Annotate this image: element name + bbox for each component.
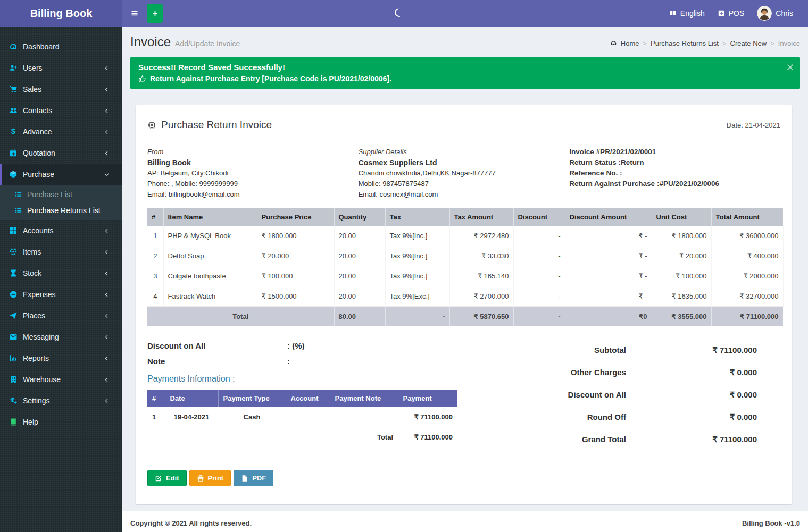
alert-close-button[interactable] [786,63,793,70]
language-menu[interactable]: English [669,9,705,18]
invoice-card-title: Purchase Return Invoice [147,119,272,131]
items-cell: ₹ 1800.000 [257,226,334,246]
chevron-left-icon [104,150,110,156]
cubes-icon [9,248,18,256]
page-title: Invoice [130,35,171,49]
sidebar-toggle-button[interactable] [122,0,147,27]
from-address: AP: Belgaum, City:Chikodi [147,168,359,179]
sidebar-item-contacts[interactable]: Contacts [0,100,122,121]
sidebar-item-purchase[interactable]: Purchase [0,164,122,185]
items-total-cell: - [385,307,449,327]
button-label: Edit [166,474,179,482]
bar-chart-icon [9,354,18,362]
sidebar-item-accounts[interactable]: Accounts [0,220,122,241]
version-text: Billing Book -v1.0 [742,519,800,527]
items-cell: 20.00 [334,226,385,246]
sidebar-item-advance[interactable]: $Advance [0,121,122,142]
items-cell: Tax 9%[Inc.] [385,266,449,286]
gears-icon [9,396,18,405]
sidebar-item-settings[interactable]: Settings [0,390,122,411]
items-cell: ₹ - [565,286,652,307]
sidebar-item-places[interactable]: Places [0,305,122,326]
book-icon [9,418,18,426]
chevron-left-icon [104,249,110,255]
supplier-address: Chandni chowkIndia,Delhi,KK Nagar-877777 [359,168,570,179]
sidebar-item-stock[interactable]: Stock [0,263,122,284]
cart-icon [9,85,18,94]
sidebar-subitem-purchase-list[interactable]: Purchase List [0,187,122,202]
items-col-header: # [147,208,163,226]
pdf-button[interactable]: PDF [234,470,273,486]
sidebar-item-label: Dashboard [23,43,60,51]
breadcrumb-item-create-new[interactable]: Create New [730,39,767,47]
total-row-discount-on-all: Discount on All₹ 0.000 [540,390,757,400]
alert-message: Return Against Purchase Entry [Purchase … [150,74,391,83]
chevron-left-icon [104,271,110,276]
breadcrumb-item-home[interactable]: Home [621,39,639,47]
chevron-left-icon [104,334,110,340]
sidebar-item-quotation[interactable]: Quotation [0,142,122,164]
sidebar-subitem-label: Purchase List [27,189,72,200]
plus-icon [152,10,159,17]
sidebar-item-sales[interactable]: Sales [0,79,122,100]
calendar-plus-icon [9,149,18,157]
quick-add-button[interactable] [147,4,163,23]
items-total-label: Total [147,307,334,327]
sidebar-item-warehouse[interactable]: Warehouse [0,369,122,390]
items-col-header: Purchase Price [257,208,334,226]
sidebar-item-label: Settings [23,396,50,405]
sidebar-item-expenses[interactable]: Expenses [0,284,122,305]
items-cell: 2 [147,246,163,266]
sidebar-item-label: Stock [23,269,41,277]
items-total-cell: ₹ 5870.650 [449,307,513,327]
edit-button[interactable]: Edit [147,470,187,486]
sidebar-item-label: Contacts [23,106,52,115]
breadcrumb-item-purchase-returns-list[interactable]: Purchase Returns List [651,39,719,47]
pos-button[interactable]: POS [718,9,745,18]
items-col-header: Discount [513,208,565,226]
page-header: InvoiceAdd/Update Invoice Home>Purchase … [122,27,808,49]
chevron-left-icon [104,377,110,383]
sidebar-subitem-purchase-returns-list[interactable]: Purchase Returns List [0,202,122,218]
note-value: : [287,357,290,366]
supplier-block: Supplier Details Cosmex Suppliers Ltd Ch… [359,147,570,200]
total-label: Discount on All [568,390,626,400]
sidebar-subitem-label: Purchase Returns List [27,205,101,216]
invoice-card: Purchase Return Invoice Date: 21-04-2021… [136,105,792,504]
sidebar-item-items[interactable]: Items [0,241,122,263]
note-label: Note [147,357,287,366]
thumbs-up-icon [138,75,146,83]
total-row-other-charges: Other Charges₹ 0.000 [540,368,757,377]
payments-header-row: #DatePayment TypeAccountPayment NotePaym… [147,390,457,407]
items-cell: - [513,246,565,266]
payments-cell: Cash [218,407,286,427]
loading-spinner [393,6,406,19]
sidebar-item-label: Accounts [23,226,54,235]
sidebar-item-label: Expenses [23,290,55,299]
items-table-header-row: #Item NamePurchase PriceQuantityTaxTax A… [147,208,783,226]
total-value: ₹ 0.000 [626,368,757,377]
total-label: Subtotal [594,345,626,355]
print-button[interactable]: Print [189,470,231,486]
cube-icon [9,170,18,179]
chevron-left-icon [104,356,110,361]
sidebar-item-label: Reports [23,354,49,362]
brand-logo[interactable]: Billing Book [0,0,122,27]
items-cell: ₹ 100.000 [257,266,334,286]
chevron-left-icon [104,108,110,114]
pdf-icon [241,475,248,482]
user-menu[interactable]: Chris [757,6,793,21]
payments-total-value: ₹ 71100.000 [398,427,457,447]
chevron-left-icon [104,129,110,135]
sidebar-item-messaging[interactable]: Messaging [0,326,122,348]
page-subtitle: Add/Update Invoice [175,39,240,48]
totals-summary: Subtotal₹ 71100.000Other Charges₹ 0.000D… [540,341,757,457]
sidebar-item-help[interactable]: Help [0,411,122,433]
sidebar-item-reports[interactable]: Reports [0,348,122,369]
dollar-icon: $ [9,128,18,136]
breadcrumb-separator: > [643,39,647,47]
sidebar-item-users[interactable]: Users [0,57,122,79]
items-cell: Tax 9%[Inc.] [385,246,449,266]
sidebar-item-dashboard[interactable]: Dashboard [0,36,122,57]
payments-col-header: Date [165,390,218,407]
